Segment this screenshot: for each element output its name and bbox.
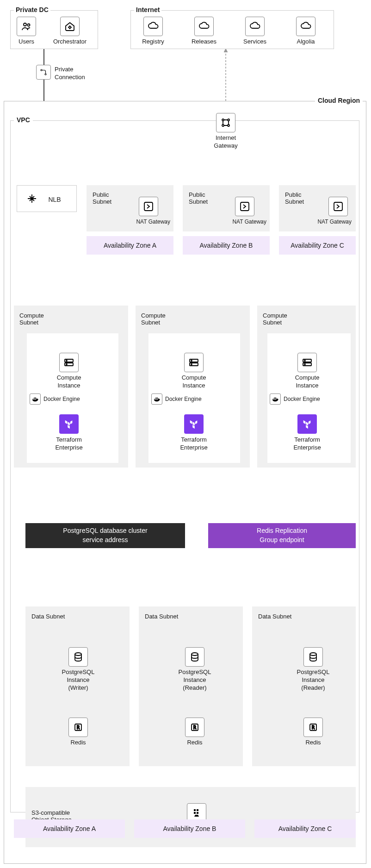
az-a-top: Availability Zone A <box>87 236 173 255</box>
nat-gateway-a-label: NAT Gateway <box>119 219 170 226</box>
docker-label-b: Docker Engine <box>165 396 202 402</box>
svg-text:R: R <box>312 725 315 730</box>
data-subnet-b-title: Data Subnet <box>145 613 178 620</box>
docker-label-a: Docker Engine <box>43 396 80 402</box>
private-dc-title: Private DC <box>14 6 50 13</box>
svg-text:R: R <box>193 725 197 730</box>
services-label: Services <box>238 38 272 46</box>
redis-a-label: Redis <box>64 739 93 747</box>
compute-subnet-c-title: Compute Subnet <box>263 312 287 326</box>
svg-point-71 <box>28 24 30 26</box>
compute-instance-b-icon <box>184 353 204 372</box>
public-subnet-c-title: Public Subnet <box>285 191 304 205</box>
users-label: Users <box>14 38 39 46</box>
nlb-label: NLB <box>45 195 64 204</box>
pg-c-icon <box>303 647 323 667</box>
docker-icon-c <box>270 393 281 405</box>
registry-icon <box>143 17 163 36</box>
services-icon <box>245 17 265 36</box>
svg-point-84 <box>66 360 67 361</box>
orchestrator-icon <box>60 17 80 36</box>
compute-instance-b-label: Compute Instance <box>175 374 213 390</box>
svg-point-72 <box>69 26 71 28</box>
nat-gateway-b-icon <box>235 197 254 216</box>
tf-box-b <box>184 414 204 434</box>
internet-title: Internet <box>134 6 161 13</box>
internet-gateway-label: Internet Gateway <box>208 134 243 150</box>
nlb-icon <box>22 189 42 208</box>
private-connection-label: Private Connection <box>55 66 96 81</box>
compute-instance-a-label: Compute Instance <box>50 374 88 390</box>
nat-gateway-c-label: NAT Gateway <box>301 219 352 226</box>
pg-banner: PostgreSQL database cluster service addr… <box>25 523 185 548</box>
svg-point-93 <box>304 364 305 365</box>
svg-point-76 <box>228 119 229 121</box>
redis-c-label: Redis <box>299 739 328 747</box>
az-b-bottom: Availability Zone B <box>134 819 245 838</box>
svg-point-73 <box>41 69 42 71</box>
svg-rect-79 <box>144 202 153 211</box>
svg-point-74 <box>45 74 46 75</box>
az-c-top: Availability Zone C <box>279 236 356 255</box>
tfe-label-a: Terraform Enterprise <box>50 436 88 452</box>
pg-c-label: PostgreSQL Instance (Reader) <box>291 668 335 692</box>
nat-gateway-a-icon <box>139 197 158 216</box>
tf-box-c <box>297 414 317 434</box>
svg-point-70 <box>24 23 26 26</box>
az-b-top: Availability Zone B <box>183 236 270 255</box>
private-connection-icon <box>36 65 51 80</box>
svg-point-75 <box>222 119 224 121</box>
svg-point-78 <box>228 125 229 126</box>
docker-icon-a <box>30 393 41 405</box>
releases-label: Releases <box>187 38 221 46</box>
compute-instance-c-label: Compute Instance <box>288 374 326 390</box>
pg-b-icon <box>185 647 204 667</box>
public-subnet-a-title: Public Subnet <box>93 191 111 205</box>
svg-point-77 <box>222 125 224 126</box>
az-c-bottom: Availability Zone C <box>254 819 356 838</box>
redis-banner-l1: Redis Replication <box>257 526 307 536</box>
svg-point-94 <box>75 653 81 656</box>
compute-subnet-a-title: Compute Subnet <box>19 312 44 326</box>
data-subnet-a-title: Data Subnet <box>31 613 65 620</box>
svg-point-100 <box>310 653 316 656</box>
tf-box-a <box>59 414 79 434</box>
tfe-label-b: Terraform Enterprise <box>175 436 213 452</box>
redis-b-label: Redis <box>180 739 209 747</box>
compute-subnet-b-title: Compute Subnet <box>141 312 166 326</box>
data-subnet-c-title: Data Subnet <box>258 613 291 620</box>
svg-point-85 <box>66 364 67 365</box>
redis-banner-l2: Group endpoint <box>260 536 304 545</box>
registry-label: Registry <box>136 38 170 46</box>
public-subnet-b-title: Public Subnet <box>189 191 208 205</box>
redis-a-icon: R <box>68 718 88 737</box>
compute-instance-a-icon <box>59 353 79 372</box>
pg-a-label: PostgreSQL Instance (Writer) <box>56 668 100 692</box>
svg-point-92 <box>304 360 305 361</box>
cloud-region-title: Cloud Region <box>315 97 363 104</box>
pg-b-label: PostgreSQL Instance (Reader) <box>173 668 216 692</box>
redis-banner: Redis Replication Group endpoint <box>208 523 356 548</box>
svg-rect-81 <box>334 202 342 211</box>
redis-b-icon: R <box>185 718 204 737</box>
compute-instance-c-icon <box>297 353 317 372</box>
algolia-icon <box>296 17 315 36</box>
nat-gateway-b-label: NAT Gateway <box>216 219 266 226</box>
redis-c-icon: R <box>303 718 323 737</box>
pg-banner-l1: PostgreSQL database cluster <box>63 526 147 536</box>
svg-rect-80 <box>241 202 249 211</box>
svg-point-89 <box>191 364 192 365</box>
algolia-label: Algolia <box>289 38 323 46</box>
releases-icon <box>194 17 214 36</box>
tfe-label-c: Terraform Enterprise <box>288 436 326 452</box>
docker-label-c: Docker Engine <box>284 396 320 402</box>
az-a-bottom: Availability Zone A <box>14 819 125 838</box>
svg-text:R: R <box>77 725 80 730</box>
vpc-title: VPC <box>14 116 33 124</box>
svg-point-88 <box>191 360 192 361</box>
docker-icon-b <box>151 393 162 405</box>
users-icon <box>17 17 36 36</box>
svg-point-97 <box>192 653 198 656</box>
nat-gateway-c-icon <box>328 197 348 216</box>
pg-a-icon <box>68 647 88 667</box>
